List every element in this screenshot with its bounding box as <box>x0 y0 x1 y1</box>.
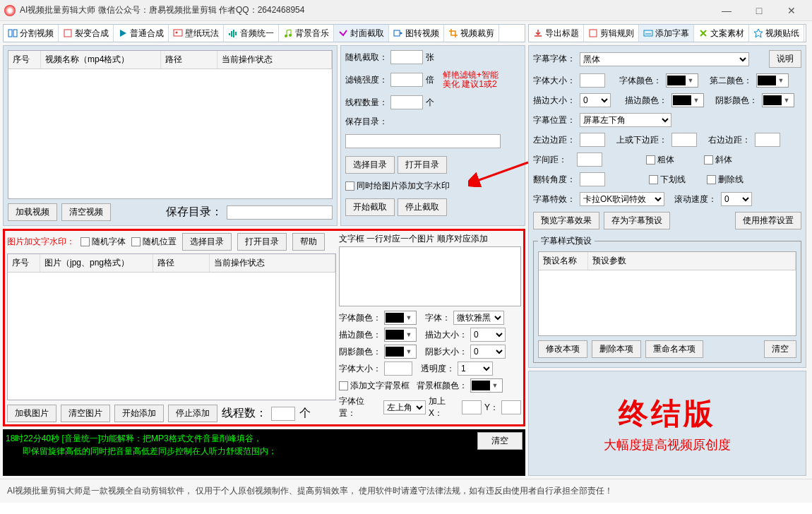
tab-add-subtitle[interactable]: 添加字幕 <box>639 25 694 42</box>
tab-bgmusic[interactable]: 背景音乐 <box>279 25 334 42</box>
opacity-select[interactable]: 1 <box>458 361 493 376</box>
close-button[interactable]: ✕ <box>775 0 808 21</box>
sub-size-input[interactable] <box>580 73 605 88</box>
rename-button[interactable]: 重命名本项 <box>645 340 703 358</box>
stroke-color-picker[interactable]: ▼ <box>384 328 417 342</box>
preset-grid[interactable]: 预设名称 预设参数 <box>538 251 796 336</box>
tab-edit-rule[interactable]: 剪辑规则 <box>584 25 639 42</box>
rand-font-checkbox[interactable]: 随机字体 <box>80 236 126 248</box>
tab-export-title[interactable]: 导出标题 <box>529 25 584 42</box>
preset-fieldset: 字幕样式预设 预设名称 预设参数 修改本项 删除本项 重命名本项 清空 <box>533 235 801 363</box>
rand-pos-checkbox[interactable]: 随机位置 <box>131 236 177 248</box>
explain-button[interactable]: 说明 <box>769 50 801 68</box>
sub-color2-picker[interactable]: ▼ <box>756 73 789 88</box>
tab-normal[interactable]: 普通合成 <box>114 25 169 42</box>
y-input[interactable] <box>501 400 521 414</box>
image-grid[interactable]: 序号 图片（jpg、png格式） 路径 当前操作状态 <box>7 253 336 400</box>
sub-stroke-size[interactable]: 0 <box>580 93 611 107</box>
choose-dir-button[interactable]: 选择目录 <box>345 156 395 174</box>
effect-select[interactable]: 卡拉OK歌词特效 <box>580 192 664 206</box>
preview-button[interactable]: 预览字幕效果 <box>533 212 599 229</box>
load-image-button[interactable]: 加载图片 <box>7 405 56 422</box>
sub-stroke-color[interactable]: ▼ <box>671 93 704 107</box>
start-add-button[interactable]: 开始添加 <box>114 405 164 422</box>
strike-checkbox[interactable]: 删除线 <box>707 174 744 186</box>
filter-input[interactable] <box>390 73 423 87</box>
savedir-input[interactable] <box>227 205 333 220</box>
delete-button[interactable]: 删除本项 <box>592 340 641 358</box>
tb-margin-input[interactable] <box>671 133 697 147</box>
speed-select[interactable]: 0 <box>721 192 752 206</box>
cover-savedir-input[interactable] <box>345 134 501 148</box>
log-line1: 18时22分40秒 [音量统一]功能解释：把MP3格式文件音量削峰填谷， <box>6 432 523 445</box>
tab-copy[interactable]: 文案素材 <box>694 25 749 42</box>
italic-checkbox[interactable]: 斜体 <box>704 154 732 166</box>
pos-select[interactable]: 左上角 <box>383 400 426 414</box>
stop-add-button[interactable]: 停止添加 <box>168 405 217 422</box>
stop-capture-button[interactable]: 停止截取 <box>398 198 447 216</box>
left-margin-input[interactable] <box>580 133 605 147</box>
tab-crop[interactable]: 视频裁剪 <box>444 25 499 42</box>
font-size-input[interactable] <box>384 361 412 376</box>
clear-video-button[interactable]: 清空视频 <box>61 203 111 221</box>
font-color-picker[interactable]: ▼ <box>384 311 417 325</box>
sub-pos-select[interactable]: 屏幕左下角 <box>580 113 671 127</box>
addx-input[interactable] <box>462 400 482 414</box>
promo-panel: 终结版 大幅度提高视频原创度 <box>528 371 806 476</box>
tab-audio[interactable]: 音频统一 <box>224 25 279 42</box>
bg-box-checkbox[interactable]: 添加文字背景框 <box>339 380 410 392</box>
minimize-button[interactable]: — <box>710 0 743 21</box>
right-margin-input[interactable] <box>755 133 780 147</box>
watermark-checkbox[interactable]: 同时给图片添加文字水印 <box>345 180 520 192</box>
save-preset-button[interactable]: 存为字幕预设 <box>604 212 670 229</box>
sub-color-picker[interactable]: ▼ <box>666 73 698 88</box>
load-video-button[interactable]: 加载视频 <box>8 203 57 221</box>
start-capture-button[interactable]: 开始截取 <box>345 198 395 216</box>
img-choosedir-button[interactable]: 选择目录 <box>182 233 232 251</box>
modify-button[interactable]: 修改本项 <box>538 340 587 358</box>
tab-fission[interactable]: 裂变合成 <box>59 25 114 42</box>
col-seq: 序号 <box>8 51 41 68</box>
rand-count-input[interactable] <box>390 50 423 64</box>
svg-rect-1 <box>13 30 17 37</box>
rotate-input[interactable] <box>580 172 605 186</box>
col-name: 视频名称（mp4格式） <box>41 51 161 68</box>
log-line2: 即保留旋律高低的同时把音量高低差同步控制在人听力舒缓范围内； <box>6 445 523 458</box>
spacing-input[interactable] <box>577 153 602 167</box>
img-opendir-button[interactable]: 打开目录 <box>237 233 287 251</box>
font-select[interactable]: 微软雅黑 <box>453 311 504 325</box>
subtitle-icon <box>643 28 653 38</box>
tab-img2vid[interactable]: 图转视频 <box>389 25 444 42</box>
clear-log-button[interactable]: 清空 <box>477 432 523 450</box>
tab-wallpaper[interactable]: 壁纸玩法 <box>169 25 224 42</box>
cover-panel: 随机截取：张 滤镜强度：倍鲜艳滤镜+智能美化 建议1或2 线程数量：个 保存目录… <box>340 45 525 226</box>
titlebar: AI视频批量剪辑大师 微信公众号：唐易视频批量剪辑 作者QQ：264246895… <box>0 0 812 21</box>
img-threads-input[interactable] <box>271 407 295 421</box>
right-tabs: 导出标题 剪辑规则 添加字幕 文案素材 视频贴纸 <box>528 24 806 42</box>
help-button[interactable]: 帮助 <box>292 233 325 251</box>
tab-split[interactable]: 分割视频 <box>4 25 59 42</box>
sub-shadow-color[interactable]: ▼ <box>762 93 794 107</box>
sub-font-select[interactable]: 黑体 <box>580 52 749 66</box>
maximize-button[interactable]: □ <box>743 0 775 21</box>
recommend-button[interactable]: 使用推荐设置 <box>735 212 801 229</box>
clear-preset-button[interactable]: 清空 <box>764 340 796 358</box>
stroke-size-select[interactable]: 0 <box>470 328 506 342</box>
clear-image-button[interactable]: 清空图片 <box>61 405 110 422</box>
shadow-color-picker[interactable]: ▼ <box>384 345 417 359</box>
bold-checkbox[interactable]: 粗体 <box>646 154 674 166</box>
text-input[interactable] <box>339 246 521 306</box>
tab-sticker[interactable]: 视频贴纸 <box>749 25 804 42</box>
tab-cover[interactable]: 封面截取 <box>334 25 389 42</box>
fission-icon <box>63 28 73 38</box>
video-grid[interactable]: 序号 视频名称（mp4格式） 路径 当前操作状态 <box>8 50 333 199</box>
open-dir-button[interactable]: 打开目录 <box>398 156 447 174</box>
video-panel: 序号 视频名称（mp4格式） 路径 当前操作状态 加载视频 清空视频 保存目录： <box>3 45 338 226</box>
watermark-section: 图片加文字水印： 随机字体 随机位置 选择目录 打开目录 帮助 序号 图片（jp… <box>3 229 525 426</box>
threads-input[interactable] <box>390 95 423 109</box>
title-text: AI视频批量剪辑大师 微信公众号：唐易视频批量剪辑 作者QQ：264246895… <box>20 4 304 16</box>
underline-checkbox[interactable]: 下划线 <box>649 174 686 186</box>
svg-marker-15 <box>754 29 763 37</box>
shadow-size-select[interactable]: 0 <box>470 345 506 359</box>
bg-color-picker[interactable]: ▼ <box>470 378 503 393</box>
